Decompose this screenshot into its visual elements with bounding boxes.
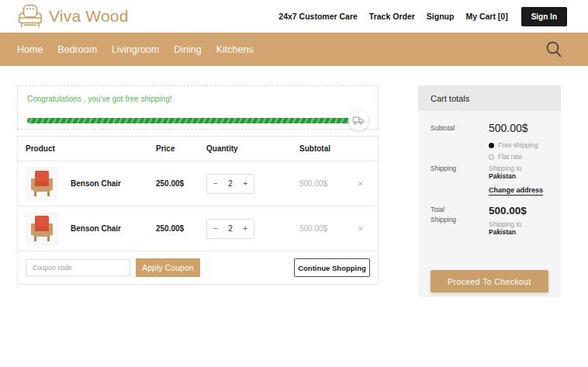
site-header: Viva Wood 24x7 Customer Care Track Order… [0, 0, 588, 33]
brand-logo[interactable]: Viva Wood [16, 3, 129, 29]
change-address-link[interactable]: Change address [489, 186, 543, 196]
total-row: Total Shipping 500.00$ Shipping to Pakis… [431, 205, 548, 236]
truck-icon [352, 116, 365, 126]
shipping-progress-row [27, 110, 368, 130]
nav-item-livingroom[interactable]: Livingroom [112, 44, 159, 55]
col-header-quantity: Quantity [206, 144, 299, 153]
cart-totals-title: Cart totals [418, 85, 561, 111]
quantity-increase-button[interactable]: + [243, 180, 247, 188]
quantity-increase-button[interactable]: + [243, 225, 247, 233]
shipping-progress-bar [27, 118, 355, 123]
link-my-cart[interactable]: My Cart [0] [465, 12, 507, 21]
shipping-country: Pakistan [489, 172, 516, 180]
cart-row: Benson Chair 250.00$ − 2 + 500.00$ × [18, 161, 378, 206]
quantity-decrease-button[interactable]: − [213, 180, 218, 188]
apply-coupon-button[interactable]: Apply Coupon [136, 258, 200, 277]
main-nav: Home Bedroom Livingroom Dining Kitchens [0, 33, 588, 66]
free-shipping-message: Congratulations , you've got free shippi… [27, 95, 368, 103]
cart-page: Viva Wood 24x7 Customer Care Track Order… [0, 0, 588, 367]
cart-table-header: Product Price Quantity Subtotal [18, 137, 378, 161]
truck-badge [348, 110, 368, 130]
shipping-label: Shipping [431, 164, 489, 172]
row-subtotal: 500.00$ [299, 224, 358, 233]
col-header-price: Price [156, 144, 206, 153]
total-value: 500.00$ [489, 205, 548, 216]
product-name[interactable]: Benson Chair [71, 224, 121, 233]
coupon-code-input[interactable] [26, 259, 130, 276]
cart-column: Congratulations , you've got free shippi… [17, 85, 379, 285]
proceed-to-checkout-button[interactable]: Proceed To Checkout [431, 270, 548, 293]
quantity-value[interactable]: 2 [228, 179, 233, 188]
shipping-row: Shipping Free shipping Flat rate Shippin… [431, 141, 548, 196]
product-price: 250.00$ [156, 224, 206, 233]
subtotal-value: 500.00$ [489, 122, 528, 134]
nav-item-home[interactable]: Home [17, 44, 43, 55]
product-cell: Benson Chair [26, 167, 156, 201]
link-signup[interactable]: Signup [427, 12, 455, 21]
shipping-country: Pakistan [489, 228, 516, 236]
nav-item-dining[interactable]: Dining [174, 44, 201, 55]
quantity-cell: − 2 + [206, 219, 299, 239]
quantity-decrease-button[interactable]: − [213, 225, 218, 233]
product-price: 250.00$ [156, 179, 206, 188]
cart-totals-panel: Cart totals Subtotal 500.00$ Shipping Fr… [418, 85, 561, 297]
free-shipping-banner: Congratulations , you've got free shippi… [17, 85, 379, 130]
col-header-product: Product [26, 144, 156, 153]
product-name[interactable]: Benson Chair [71, 179, 121, 188]
chair-product-image [29, 169, 55, 199]
sign-in-button[interactable]: Sign In [521, 7, 567, 26]
coupon-row: Apply Coupon Continue Shopping [18, 251, 378, 284]
shipping-option-flat-rate[interactable]: Flat rate [489, 153, 548, 161]
main-content: Congratulations , you've got free shippi… [0, 66, 588, 297]
quantity-cell: − 2 + [206, 174, 299, 194]
total-label: Total Shipping [431, 205, 489, 225]
remove-item-button[interactable]: × [358, 178, 370, 189]
nav-item-kitchens[interactable]: Kitchens [216, 44, 254, 55]
link-track-order[interactable]: Track Order [369, 12, 415, 21]
total-shipping-destination: Shipping to Pakistan. [489, 220, 548, 236]
remove-item-button[interactable]: × [358, 223, 370, 234]
radio-unselected-icon[interactable] [489, 154, 494, 160]
quantity-stepper: − 2 + [206, 174, 254, 194]
continue-shopping-button[interactable]: Continue Shopping [294, 258, 370, 277]
product-thumbnail[interactable] [26, 167, 58, 201]
row-subtotal: 500.00$ [299, 179, 358, 188]
shipping-option-free[interactable]: Free shipping [489, 141, 548, 149]
radio-selected-icon[interactable] [489, 143, 494, 148]
shipping-option-label: Free shipping [498, 141, 538, 149]
col-header-subtotal: Subtotal [299, 144, 358, 153]
quantity-value[interactable]: 2 [228, 224, 233, 233]
product-cell: Benson Chair [26, 212, 156, 246]
top-links: 24x7 Customer Care Track Order Signup My… [278, 7, 567, 26]
nav-item-bedroom[interactable]: Bedroom [57, 44, 97, 55]
cart-table: Product Price Quantity Subtotal [17, 136, 379, 285]
quantity-stepper: − 2 + [206, 219, 254, 239]
subtotal-label: Subtotal [431, 124, 489, 132]
shipping-option-label: Flat rate [498, 153, 522, 161]
shipping-destination: Shipping to Pakistan. [489, 164, 548, 180]
cart-row: Benson Chair 250.00$ − 2 + 500.00$ × [18, 206, 378, 251]
cart-totals-body: Subtotal 500.00$ Shipping Free shipping [418, 111, 561, 293]
armchair-logo-icon [16, 3, 45, 29]
chair-product-image [29, 214, 55, 244]
search-button[interactable] [545, 40, 563, 59]
brand-name: Viva Wood [49, 7, 129, 26]
subtotal-row: Subtotal 500.00$ [431, 121, 548, 135]
link-customer-care[interactable]: 24x7 Customer Care [278, 12, 358, 21]
search-icon [545, 40, 563, 59]
product-thumbnail[interactable] [26, 212, 58, 246]
